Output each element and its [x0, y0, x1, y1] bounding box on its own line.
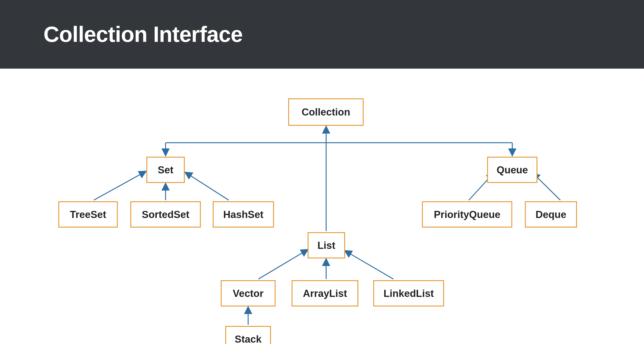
slide-title: Collection Interface: [44, 22, 243, 47]
node-linkedlist: LinkedList: [373, 280, 444, 306]
node-set: Set: [146, 157, 185, 183]
node-treeset: TreeSet: [58, 201, 118, 228]
edge-vector-list: [258, 249, 308, 279]
node-collection: Collection: [288, 98, 364, 126]
node-arraylist: ArrayList: [292, 280, 358, 306]
node-vector: Vector: [221, 280, 276, 306]
node-hashset: HashSet: [213, 201, 274, 228]
slide-header: Collection Interface: [0, 0, 644, 68]
node-queue: Queue: [487, 157, 538, 183]
diagram-canvas: Collection Set List Queue TreeSet Sorted…: [0, 68, 644, 344]
edge-hashset-set: [185, 172, 229, 200]
edge-treeset-set: [94, 171, 146, 200]
node-deque: Deque: [525, 201, 577, 228]
node-sortedset: SortedSet: [130, 201, 201, 228]
node-list: List: [308, 232, 345, 258]
node-priorityqueue: PriorityQueue: [422, 201, 512, 228]
node-stack: Stack: [225, 326, 271, 344]
edge-linkedlist-list: [344, 250, 393, 279]
